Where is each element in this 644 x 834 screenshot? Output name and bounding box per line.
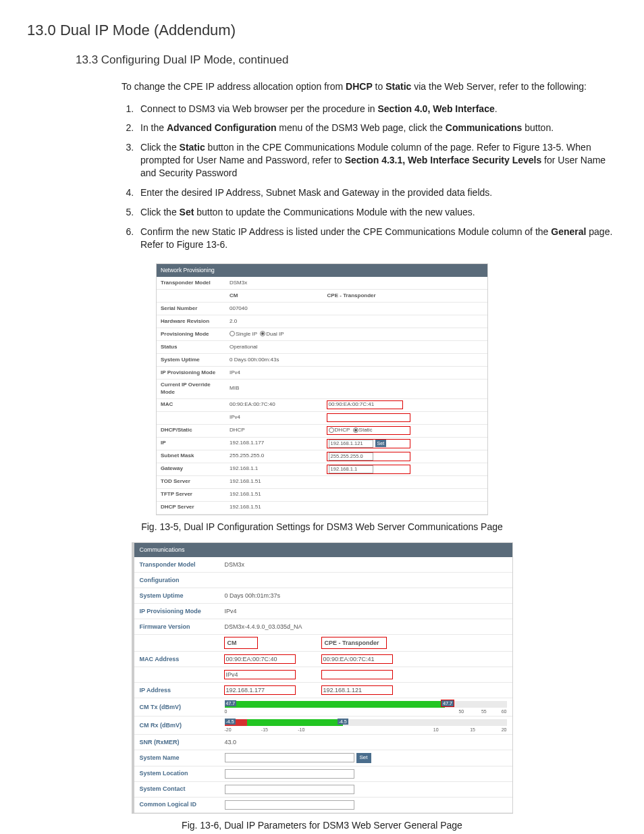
highlight-box: 192.168.1.121 (322, 686, 392, 694)
t: Connect to DSM3 via Web browser per the … (140, 103, 377, 114)
radio-icon[interactable] (260, 331, 265, 336)
common-logical-id-input[interactable] (225, 800, 354, 810)
figure-13-5-panel: Network Provisioning Transponder ModelDS… (156, 263, 488, 515)
tick: -20 (225, 727, 232, 733)
highlight-box: 192.168.1.1 (327, 465, 410, 473)
row-label: IP Address (134, 682, 219, 698)
highlight-box: 192.168.1.121Set (327, 440, 410, 448)
tick: -15 (261, 727, 268, 733)
cell: 192.168.1.51 (225, 488, 487, 501)
tick: 20 (502, 727, 507, 733)
bar-value: -4.5 (338, 719, 348, 725)
row-label: Common Logical ID (134, 797, 219, 812)
t: . (495, 103, 498, 114)
opt: Single IP (236, 331, 257, 337)
row-label: Subnet Mask (157, 450, 225, 463)
opt: Dual IP (266, 331, 284, 337)
t: menu of the DSM3 Web page, click the (276, 122, 445, 133)
t: To change the CPE IP address allocation … (122, 81, 346, 92)
row-label: TFTP Server (157, 488, 225, 501)
step-4: Enter the desired IP Address, Subnet Mas… (136, 186, 617, 199)
step-3: Click the Static button in the CPE Commu… (136, 141, 617, 180)
cell: 0 Days 00h:00m:43s (225, 354, 487, 367)
highlight-box (327, 414, 410, 421)
system-contact-input[interactable] (225, 785, 354, 794)
set-button[interactable]: Set (356, 753, 371, 763)
cell: 192.168.1.177 (226, 687, 265, 694)
highlight-box: CPE - Transponder (322, 637, 386, 648)
radio-icon[interactable] (329, 427, 334, 433)
highlight-box: 00:90:EA:00:7C:41 (322, 655, 392, 663)
cell: Operational (225, 341, 487, 354)
ip-input[interactable]: 192.168.1.121 (329, 440, 373, 448)
cell: 192.168.1.1 (225, 463, 323, 475)
cell: 192.168.1.177 (225, 437, 323, 450)
t: General (551, 226, 586, 237)
tick: 15 (470, 727, 475, 733)
gateway-input[interactable]: 192.168.1.1 (329, 465, 373, 473)
step-6: Confirm the new Static IP Address is lis… (136, 226, 617, 251)
figure-13-6-caption: Fig. 13-6, Dual IP Parameters for DSM3 W… (27, 819, 617, 832)
row-label: IP (157, 437, 225, 450)
row-label: Transponder Model (134, 557, 219, 573)
col-header: CM (227, 640, 237, 646)
step-2: In the Advanced Configuration menu of th… (136, 122, 617, 134)
t: Set (180, 207, 194, 217)
highlight-box: IPv4 (225, 671, 295, 679)
cell: IPv4 (219, 603, 512, 619)
cell: IPv4 (226, 671, 238, 678)
t: In the (140, 122, 167, 133)
set-button[interactable]: Set (375, 440, 387, 447)
row-label: CM Tx (dBmV) (134, 698, 219, 716)
row-label: SNR (RxMER) (134, 734, 219, 750)
cell: 192.168.1.51 (225, 501, 487, 514)
cell: DSM3x (225, 277, 487, 290)
row-label: Serial Number (157, 303, 225, 315)
col-header: CM (225, 290, 323, 303)
tick: 60 (502, 708, 507, 714)
t: Section 4.3.1, Web Interface Security Le… (345, 155, 542, 165)
system-location-input[interactable] (225, 769, 354, 779)
system-name-input[interactable] (225, 753, 354, 762)
row-label: System Contact (134, 781, 219, 797)
tick: 50 (458, 708, 464, 714)
row-label: Firmware Version (134, 619, 219, 634)
radio-icon[interactable] (230, 331, 235, 336)
steps-list: Connect to DSM3 via Web browser per the … (122, 103, 617, 251)
cell: 007040 (225, 303, 487, 315)
t: Communications (446, 122, 522, 133)
tx-bar: 47.7 47.7 0 50 55 60 (225, 701, 507, 713)
highlight-box: DHCP Static (327, 427, 410, 434)
row-label: Transponder Model (157, 277, 225, 290)
cell: 2.0 (225, 315, 487, 328)
t: button to update the Communications Modu… (194, 207, 475, 217)
tick: 0 (225, 708, 227, 714)
cell: DSM3x-4.4.9.0_03.035d_NA (219, 619, 512, 634)
radio-icon[interactable] (353, 427, 358, 433)
t: Click the (140, 207, 180, 217)
tick: 10 (433, 727, 439, 733)
row-label: Provisioning Mode (157, 328, 225, 341)
subnet-input[interactable]: 255.255.255.0 (329, 452, 373, 461)
cell: 00:90:EA:00:7C:40 (226, 656, 277, 662)
panel-header: Communications (134, 543, 512, 556)
cell: MIB (225, 380, 487, 399)
t: via the Web Server, refer to the followi… (411, 81, 587, 92)
cell: 0 Days 00h:01m:37s (219, 588, 512, 603)
highlight-box (322, 671, 392, 679)
row-label: System Uptime (157, 354, 225, 367)
t: Advanced Configuration (167, 122, 277, 133)
cell: IPv4 (225, 367, 487, 380)
row-label: System Name (134, 750, 219, 766)
opt: DHCP (335, 427, 350, 433)
panel-header: Network Provisioning (157, 264, 487, 277)
t: DHCP (346, 81, 373, 92)
row-label: TOD Server (157, 475, 225, 488)
cell: 192.168.1.51 (225, 475, 487, 488)
t: Static (385, 81, 411, 92)
highlight-box: 192.168.1.177 (225, 686, 295, 694)
bar-value: -4.5 (225, 719, 236, 725)
highlight-box: CM (225, 637, 257, 648)
cell: 255.255.255.0 (225, 450, 323, 463)
t: Confirm the new Static IP Address is lis… (140, 226, 551, 237)
